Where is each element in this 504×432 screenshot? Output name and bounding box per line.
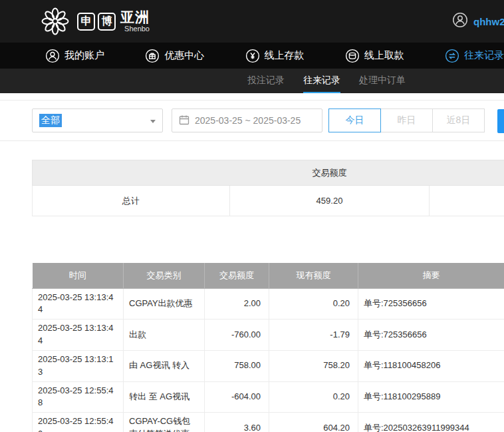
table-row: 2025-03-25 13:13:13 由 AG视讯 转入 758.00 758… [33,350,504,381]
summary-total-label: 总计 [33,186,230,216]
summary-row: 总计 459.20 [33,186,504,216]
user-icon [45,49,60,63]
cell-note: 单号:118100295889 [358,381,504,413]
nav-item-deposit[interactable]: 线上存款 [245,49,305,63]
cell-time: 2025-03-25 13:13:13 [33,350,124,381]
gift-icon [145,49,160,63]
search-button[interactable] [497,109,504,133]
cell-time: 2025-03-25 13:13:44 [33,288,124,320]
nav-label: 往来记录 [464,49,504,62]
quick-date-buttons: 今日 昨日 近8日 [328,108,485,132]
table-row: 2025-03-25 13:13:44 出款 -760.00 -1.79 单号:… [33,320,504,351]
table-row: 2025-03-25 13:13:44 CGPAY出款优惠 2.00 0.20 … [33,288,504,320]
subnav-bar: 投注记录 往来记录 处理中订单 [0,69,504,93]
username[interactable]: qhhw2 [473,16,504,27]
cell-amount: -604.00 [205,381,269,413]
calendar-icon [179,114,189,127]
summary-total-value: 459.20 [230,186,430,216]
cell-amount: 758.00 [205,350,269,381]
brand-region-en: Shenbo [120,25,150,33]
chevron-down-icon [150,120,156,123]
main-nav: 我的账户 优惠中心 线上存款 线上取款 [0,43,504,69]
nav-item-my-account[interactable]: 我的账户 [45,49,104,63]
nav-item-withdraw[interactable]: 线上取款 [345,49,404,63]
records-header-row: 时间 交易类别 交易额度 现有额度 摘要 [33,263,504,288]
filter-bar: 全部 2025-03-25 ~ 2025-03-25 今日 昨日 近8日 [0,100,504,141]
yesterday-button[interactable]: 昨日 [380,108,433,132]
tab-pending-orders[interactable]: 处理中订单 [359,69,406,93]
cell-amount: 3.60 [205,413,269,432]
summary-table: 交易额度 总计 459.20 [32,160,504,216]
transaction-records-page: { "colors": { "accent": "#3aa0e6", "head… [0,0,504,432]
records-icon [445,49,459,63]
table-row: 2025-03-25 12:55:48 转出 至 AG视讯 -604.00 0.… [33,381,504,413]
cell-note: 单号:118100458206 [358,350,504,381]
brand-char-1: 申 [77,13,95,31]
cell-note: 单号:725356656 [358,320,504,351]
avatar-icon [452,12,468,31]
deposit-icon [245,49,260,63]
tab-betting-records[interactable]: 投注记录 [247,69,285,93]
tab-transaction-records[interactable]: 往来记录 [303,69,340,93]
cell-balance: 604.20 [269,413,358,432]
cell-type: 出款 [124,320,205,351]
cell-type: 由 AG视讯 转入 [124,350,205,381]
col-header-time: 时间 [33,263,124,288]
today-button[interactable]: 今日 [328,108,381,132]
summary-empty-cell [430,186,504,216]
nav-item-promotions[interactable]: 优惠中心 [145,49,204,63]
col-header-balance: 现有额度 [269,263,358,288]
col-header-note: 摘要 [358,263,504,288]
cell-time: 2025-03-25 13:13:44 [33,320,124,351]
nav-label: 线上存款 [265,49,305,62]
cell-balance: 758.20 [269,350,358,381]
user-area[interactable]: qhhw2 [452,0,504,43]
cell-type: 转出 至 AG视讯 [124,381,205,413]
records-table: 时间 交易类别 交易额度 现有额度 摘要 2025-03-25 13:13:44… [32,263,504,432]
summary-header: 交易额度 [33,160,504,186]
cell-balance: 0.20 [269,288,358,320]
cell-type: CGPAY出款优惠 [124,288,205,320]
brand-logo[interactable]: 申 博 亚洲 Shenbo [40,6,150,37]
brand-region-zh: 亚洲 [120,10,150,24]
type-select-value: 全部 [39,114,62,127]
nav-label: 优惠中心 [164,49,204,62]
top-header: 申 博 亚洲 Shenbo qhhw2 [0,0,504,43]
cell-note: 单号:202503263911999344 [358,413,504,432]
date-range-value: 2025-03-25 ~ 2025-03-25 [195,115,301,126]
cell-time: 2025-03-25 12:55:40 [33,413,124,432]
table-row: 2025-03-25 12:55:40 CGPAY-CG钱包支付笔笔送优惠 3.… [33,413,504,432]
brand-region: 亚洲 Shenbo [120,10,150,33]
type-select[interactable]: 全部 [32,108,163,132]
cell-amount: -760.00 [205,320,269,351]
nav-label: 我的账户 [64,49,104,62]
cell-time: 2025-03-25 12:55:48 [33,381,124,413]
cell-type: CGPAY-CG钱包支付笔笔送优惠 [124,413,205,432]
nav-label: 线上取款 [364,49,404,62]
nav-item-transaction-records[interactable]: 往来记录 [445,49,504,63]
last-8-days-button[interactable]: 近8日 [432,108,485,132]
cell-balance: 0.20 [269,381,358,413]
col-header-type: 交易类别 [124,263,205,288]
cell-amount: 2.00 [205,288,269,320]
brand-char-2: 博 [98,13,116,31]
cell-balance: -1.79 [269,320,358,351]
cell-note: 单号:725356656 [358,288,504,320]
flower-logo-icon [40,6,70,37]
col-header-amount: 交易额度 [205,263,269,288]
withdraw-icon [345,49,360,63]
date-range-input[interactable]: 2025-03-25 ~ 2025-03-25 [172,108,322,132]
